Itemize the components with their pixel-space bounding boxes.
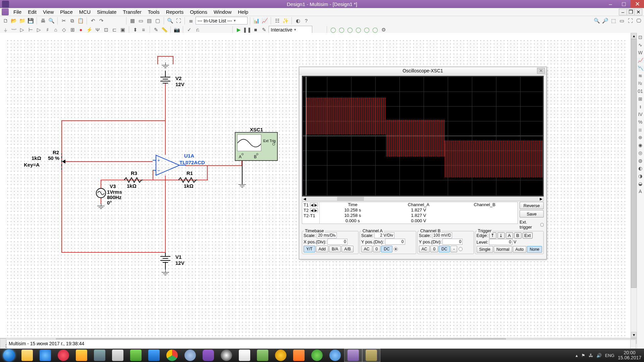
r1-val[interactable]: 1kΩ [184,183,194,189]
menu-place[interactable]: Place [57,9,75,15]
analysis-4-icon[interactable]: ◯ [355,26,362,34]
place-mcu-icon[interactable]: ▣ [119,26,126,34]
mdi-close-button[interactable]: ✕ [634,9,642,15]
analysis-2-icon[interactable]: ◯ [338,26,345,34]
menu-mcu[interactable]: MCU [76,9,93,15]
maximize-button[interactable]: □ [617,0,631,8]
analysis-3-icon[interactable]: ◯ [346,26,354,34]
r2-val[interactable]: 1kΩ [32,155,41,161]
start-button[interactable] [0,349,18,362]
timebase-xpos-input[interactable] [327,239,347,245]
cut-icon[interactable]: ✂ [60,17,67,24]
place-diode-icon[interactable]: ▷ [18,26,26,34]
mdi-doc-icon[interactable] [2,8,9,15]
mdi-minimize-button[interactable]: – [619,9,627,15]
help-icon[interactable]: ? [303,17,310,24]
open-samples-icon[interactable]: 📁 [18,17,26,24]
zoom-sheet-icon[interactable]: ▭ [618,17,626,24]
v1-ref[interactable]: V1 [175,254,181,260]
toggle-border-icon[interactable]: ▭ [137,17,145,24]
t1-left[interactable]: ◀ [310,203,314,207]
taskbar-app8[interactable] [145,349,163,362]
trig-level-input[interactable] [489,239,513,245]
mdi-restore-button[interactable]: ❐ [627,9,635,15]
place-cmos-icon[interactable]: ⌂ [52,26,59,34]
chb-dash-button[interactable]: - [450,246,457,252]
taskbar-chrome[interactable] [163,349,181,362]
tray-volume-icon[interactable]: 🔊 [596,353,602,358]
r3-val[interactable]: 1kΩ [127,183,137,189]
menu-reports[interactable]: Reports [163,9,186,15]
ba-button[interactable]: B/A [329,246,341,252]
system-tray[interactable]: ▴ ⚑ 🖧 🔊 ENG 20:0015.06.2017 [573,350,644,360]
place-bus-icon[interactable]: ≡ [140,26,147,34]
scope-hscroll[interactable]: ◀▶ [302,196,544,201]
zoom-out-icon[interactable]: 🔎 [601,17,609,24]
menu-window[interactable]: Window [211,9,234,15]
v3-ref[interactable]: V3 [110,183,116,189]
chb-dc-button[interactable]: DC [439,246,450,252]
tray-lang[interactable]: ENG [605,353,614,358]
save-button[interactable]: Save [520,210,544,218]
chb-0-button[interactable]: 0 [430,246,438,252]
instrument-4ch-scope-icon[interactable]: 📉 [637,65,644,71]
netlist-icon[interactable]: ⎌ [194,26,201,34]
taskbar-mpc[interactable] [235,349,254,362]
taskbar-aimp[interactable] [272,349,290,362]
new-icon[interactable]: 🗋 [2,17,9,24]
menu-tools[interactable]: Tools [145,9,162,15]
chb-ac-button[interactable]: AC [419,246,430,252]
cha-ypos-input[interactable] [385,239,405,245]
analysis-5-icon[interactable]: ◯ [363,26,370,34]
cursor-2[interactable] [306,77,307,195]
instrument-agilent-mm-icon[interactable]: ◎ [637,149,644,156]
ext-trigger-radio[interactable] [540,223,544,227]
tray-clock[interactable]: 20:0015.06.2017 [618,350,641,360]
stop-button[interactable]: ■ [252,26,259,34]
r2-ref[interactable]: R2 [53,149,59,155]
r2-pct[interactable]: 50 % [48,155,59,161]
toggle-grid-icon[interactable]: ▦ [129,17,136,24]
place-connector-icon[interactable]: ⊏ [111,26,118,34]
database-icon[interactable]: ☷ [273,17,281,24]
trig-single-button[interactable]: Single [477,246,493,253]
cha-dc-button[interactable]: DC [381,246,392,252]
probe-icon[interactable]: ✎ [152,26,160,34]
cursor-1[interactable] [306,77,306,195]
oscilloscope-titlebar[interactable]: Oscilloscope-XSC1 ✕ [299,67,546,75]
menu-transfer[interactable]: Transfer [120,9,144,15]
zoom-fit-icon[interactable]: ⛶ [175,17,182,24]
xsc1-symbol[interactable]: Ext Trig A B [235,132,278,161]
xsc1-ref[interactable]: XSC1 [250,127,263,132]
place-source-icon[interactable]: ⏚ [2,26,9,34]
instrument-funcgen-icon[interactable]: ∿ [637,42,644,48]
ab-button[interactable]: A/B [341,246,353,252]
place-misc-icon[interactable]: ◇ [60,26,68,34]
edge-fall-button[interactable]: ⤓ [497,232,505,239]
taskbar-app20[interactable] [362,349,380,362]
instrument-freq-icon[interactable]: ㎐ [637,80,644,87]
fullscreen-icon[interactable]: 🖵 [635,17,642,24]
t1-right[interactable]: ▶ [314,203,318,207]
r2-key[interactable]: Key=A [24,162,40,168]
inuse-combo[interactable]: --- In-Use List ---▾ [196,17,248,24]
trig-normal-button[interactable]: Normal [494,246,512,253]
postprocessor-icon[interactable]: 📊 [253,17,260,24]
run-button[interactable]: ▶ [235,26,243,34]
r3-ref[interactable]: R3 [131,170,137,176]
copy-icon[interactable]: ⧉ [68,17,76,24]
instrument-spectrum-icon[interactable]: ⫼ [637,126,644,133]
instrument-network-icon[interactable]: ⊛ [637,134,644,141]
place-indicator-icon[interactable]: ● [77,26,85,34]
taskbar-app5[interactable] [91,349,109,362]
taskbar-explorer[interactable] [18,349,36,362]
r1-ref[interactable]: R1 [186,170,193,176]
taskbar-utorrent[interactable] [308,349,326,362]
chb-ypos-input[interactable] [442,239,463,245]
save-icon[interactable]: 💾 [27,17,34,24]
v1-val[interactable]: 12V [175,260,184,266]
reverse-button[interactable]: Reverse [520,202,544,209]
v2-val[interactable]: 12V [175,81,184,87]
menu-view[interactable]: View [40,9,56,15]
oscilloscope-screen[interactable] [303,77,543,195]
